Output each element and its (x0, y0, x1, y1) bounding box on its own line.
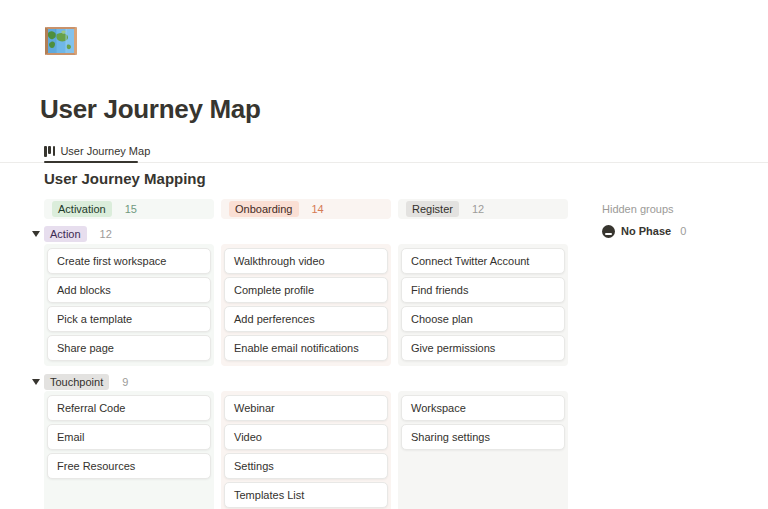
board-cell-touchpoint-onboarding: Webinar Video Settings Templates List (221, 391, 391, 509)
card[interactable]: Sharing settings (401, 424, 565, 450)
world-map-emoji (42, 22, 80, 60)
active-tab-underline (44, 161, 138, 163)
hidden-groups-label[interactable]: Hidden groups (602, 203, 674, 215)
group-header-touchpoint: Touchpoint 9 (0, 374, 768, 390)
card[interactable]: Share page (47, 335, 211, 361)
board-cell-action-activation: Create first workspace Add blocks Pick a… (44, 244, 214, 366)
card[interactable]: Settings (224, 453, 388, 479)
card[interactable]: Give permissions (401, 335, 565, 361)
column-badge-onboarding[interactable]: Onboarding (229, 201, 299, 217)
card[interactable]: Find friends (401, 277, 565, 303)
board-view-icon (44, 146, 55, 157)
board-cell-touchpoint-register: Workspace Sharing settings (398, 391, 568, 509)
column-count-activation: 15 (125, 203, 137, 215)
card[interactable]: Free Resources (47, 453, 211, 479)
column-header-register[interactable]: Register 12 (398, 199, 568, 219)
column-header-onboarding[interactable]: Onboarding 14 (221, 199, 391, 219)
card[interactable]: Complete profile (224, 277, 388, 303)
tab-label: User Journey Map (60, 145, 150, 157)
group-badge-touchpoint[interactable]: Touchpoint (44, 374, 109, 390)
card[interactable]: Video (224, 424, 388, 450)
card[interactable]: Templates List (224, 482, 388, 508)
column-badge-register[interactable]: Register (406, 201, 459, 217)
card[interactable]: Create first workspace (47, 248, 211, 274)
collapse-toggle-icon[interactable] (32, 231, 40, 237)
tab-user-journey-map[interactable]: User Journey Map (44, 142, 150, 160)
board-cell-touchpoint-activation: Referral Code Email Free Resources (44, 391, 214, 509)
column-count-register: 12 (472, 203, 484, 215)
group-badge-action[interactable]: Action (44, 226, 87, 242)
card[interactable]: Referral Code (47, 395, 211, 421)
card[interactable]: Webinar (224, 395, 388, 421)
view-tab-bar: User Journey Map (0, 140, 768, 163)
card[interactable]: Walkthrough video (224, 248, 388, 274)
database-heading[interactable]: User Journey Mapping (44, 170, 206, 187)
card[interactable]: Add blocks (47, 277, 211, 303)
card[interactable]: Pick a template (47, 306, 211, 332)
page-icon-world-map[interactable] (42, 22, 80, 60)
board-cell-action-register: Connect Twitter Account Find friends Cho… (398, 244, 568, 366)
group-count-action: 12 (100, 228, 112, 240)
card[interactable]: Add perferences (224, 306, 388, 332)
page-title[interactable]: User Journey Map (40, 94, 261, 125)
column-header-activation[interactable]: Activation 15 (44, 199, 214, 219)
board-cell-action-onboarding: Walkthrough video Complete profile Add p… (221, 244, 391, 366)
column-count-onboarding: 14 (312, 203, 324, 215)
card[interactable]: Enable email notifications (224, 335, 388, 361)
notion-page: User Journey Map User Journey Map User J… (0, 0, 768, 509)
card[interactable]: Workspace (401, 395, 565, 421)
column-badge-activation[interactable]: Activation (52, 201, 112, 217)
card[interactable]: Connect Twitter Account (401, 248, 565, 274)
card[interactable]: Email (47, 424, 211, 450)
group-header-action: Action 12 (0, 226, 768, 242)
group-count-touchpoint: 9 (122, 376, 128, 388)
card[interactable]: Choose plan (401, 306, 565, 332)
collapse-toggle-icon[interactable] (32, 379, 40, 385)
